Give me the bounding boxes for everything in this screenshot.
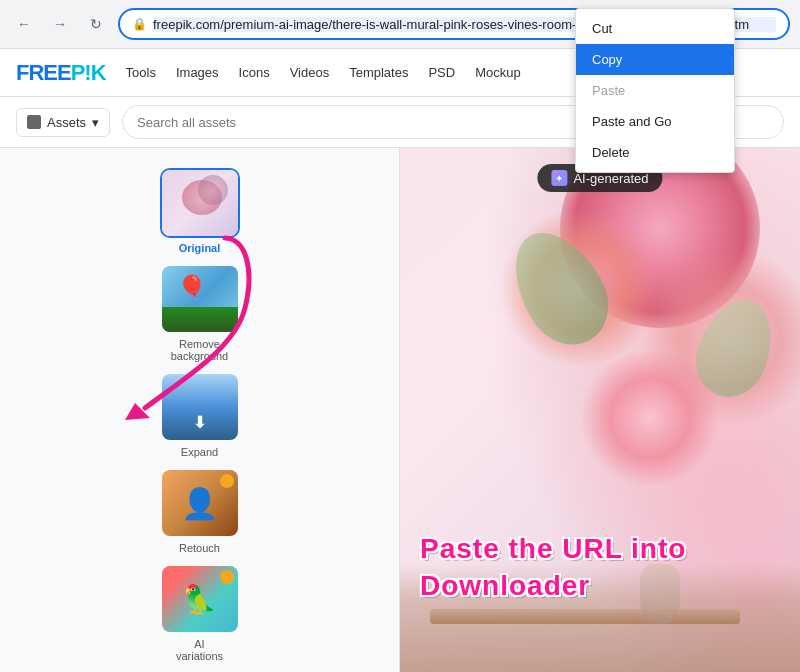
main-content: Original Removebackground Expand Retouch — [0, 148, 800, 672]
sidebar-label-original: Original — [179, 242, 221, 254]
sidebar-img-remove-bg — [160, 264, 240, 334]
sidebar-img-expand — [160, 372, 240, 442]
sidebar: Original Removebackground Expand Retouch — [0, 148, 400, 672]
assets-dropdown[interactable]: Assets ▾ — [16, 108, 110, 137]
sidebar-label-remove-bg: Removebackground — [171, 338, 229, 362]
sidebar-item-expand[interactable]: Expand — [160, 372, 240, 458]
main-image: ✦ AI-generated Paste the URL into Downlo… — [400, 148, 800, 672]
nav-icons[interactable]: Icons — [239, 65, 270, 80]
context-menu-delete[interactable]: Delete — [576, 137, 734, 168]
context-menu-paste-go[interactable]: Paste and Go — [576, 106, 734, 137]
forward-button[interactable]: → — [46, 10, 74, 38]
nav-mockup[interactable]: Mockup — [475, 65, 521, 80]
sidebar-label-expand: Expand — [181, 446, 218, 458]
freepik-nav: Tools Images Icons Videos Templates PSD … — [126, 65, 521, 80]
sidebar-item-remove-bg[interactable]: Removebackground — [160, 264, 240, 362]
sidebar-item-original[interactable]: Original — [160, 168, 240, 254]
nav-psd[interactable]: PSD — [428, 65, 455, 80]
sidebar-img-ai — [160, 564, 240, 634]
paste-url-text-content: Paste the URL into Downloader — [420, 533, 686, 600]
main-image-bg: ✦ AI-generated Paste the URL into Downlo… — [400, 148, 800, 672]
svg-marker-0 — [125, 403, 150, 420]
paste-url-annotation: Paste the URL into Downloader — [420, 531, 800, 604]
table-surface — [430, 609, 740, 624]
assets-label: Assets — [47, 115, 86, 130]
ai-badge-dot — [220, 570, 234, 584]
nav-tools[interactable]: Tools — [126, 65, 156, 80]
nav-templates[interactable]: Templates — [349, 65, 408, 80]
sidebar-label-ai: AIvariations — [176, 638, 223, 662]
retouch-badge — [220, 474, 234, 488]
sidebar-label-retouch: Retouch — [179, 542, 220, 554]
context-menu: Cut Copy Paste Paste and Go Delete — [575, 8, 735, 173]
thumb-remove — [162, 266, 238, 332]
lock-icon: 🔒 — [132, 17, 147, 31]
sidebar-img-retouch — [160, 468, 240, 538]
freepik-logo: FREEP!K — [16, 60, 106, 86]
sidebar-item-retouch[interactable]: Retouch — [160, 468, 240, 554]
nav-videos[interactable]: Videos — [290, 65, 330, 80]
sidebar-item-ai-variations[interactable]: AIvariations — [160, 564, 240, 662]
context-menu-cut[interactable]: Cut — [576, 13, 734, 44]
context-menu-paste: Paste — [576, 75, 734, 106]
thumb-expand — [162, 374, 238, 440]
nav-images[interactable]: Images — [176, 65, 219, 80]
assets-icon — [27, 115, 41, 129]
context-menu-copy[interactable]: Copy — [576, 44, 734, 75]
thumb-original — [162, 170, 238, 236]
chevron-down-icon: ▾ — [92, 115, 99, 130]
sidebar-img-original — [160, 168, 240, 238]
back-button[interactable]: ← — [10, 10, 38, 38]
ai-sparkle-icon: ✦ — [551, 170, 567, 186]
refresh-button[interactable]: ↻ — [82, 10, 110, 38]
